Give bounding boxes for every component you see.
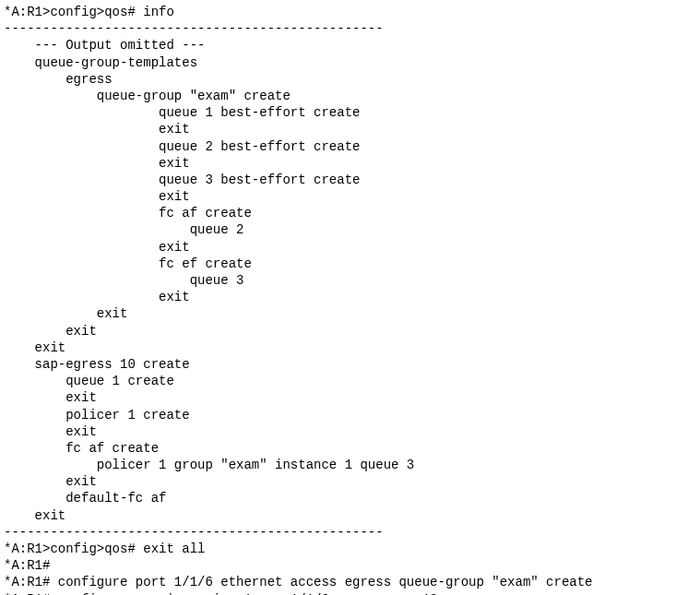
terminal-line: egress [4, 71, 696, 88]
terminal-line: policer 1 create [4, 407, 696, 423]
terminal-line: policer 1 group "exam" instance 1 queue … [4, 457, 696, 473]
terminal-line: queue 1 best-effort create [4, 104, 696, 121]
terminal-line: exit [4, 507, 696, 524]
terminal-line: exit [4, 188, 696, 205]
terminal-line: queue 1 create [4, 373, 696, 389]
terminal-line: queue 3 best-effort create [4, 172, 696, 188]
terminal-line: exit [4, 239, 696, 256]
terminal-line: queue 2 best-effort create [4, 138, 696, 155]
terminal-line: queue-group-templates [4, 54, 696, 71]
terminal-line: --- Output omitted --- [4, 37, 696, 54]
terminal-line: queue 3 [4, 272, 696, 289]
terminal-line: exit [4, 289, 696, 305]
terminal-line: exit [4, 323, 696, 339]
terminal-line: exit [4, 155, 696, 172]
terminal-line: *A:R1# [4, 557, 696, 574]
terminal-line: *A:R1# configure service epipe 1 sap 1/1… [4, 591, 696, 595]
terminal-line: fc ef create [4, 256, 696, 272]
terminal-line: fc af create [4, 205, 696, 221]
terminal-line: exit [4, 389, 696, 406]
terminal-line: *A:R1# configure port 1/1/6 ethernet acc… [4, 574, 696, 590]
terminal-line: fc af create [4, 440, 696, 457]
terminal-line: exit [4, 339, 696, 356]
terminal-line: exit [4, 473, 696, 490]
terminal-output: *A:R1>config>qos# info------------------… [0, 0, 700, 595]
terminal-line: sap-egress 10 create [4, 356, 696, 373]
terminal-line: *A:R1>config>qos# exit all [4, 541, 696, 557]
terminal-line: *A:R1>config>qos# info [4, 4, 696, 20]
terminal-line: queue 2 [4, 221, 696, 238]
terminal-line: default-fc af [4, 490, 696, 506]
terminal-line: ----------------------------------------… [4, 20, 696, 37]
terminal-line: ----------------------------------------… [4, 524, 696, 541]
terminal-line: queue-group "exam" create [4, 88, 696, 104]
terminal-line: exit [4, 121, 696, 137]
terminal-line: exit [4, 423, 696, 440]
terminal-line: exit [4, 305, 696, 322]
